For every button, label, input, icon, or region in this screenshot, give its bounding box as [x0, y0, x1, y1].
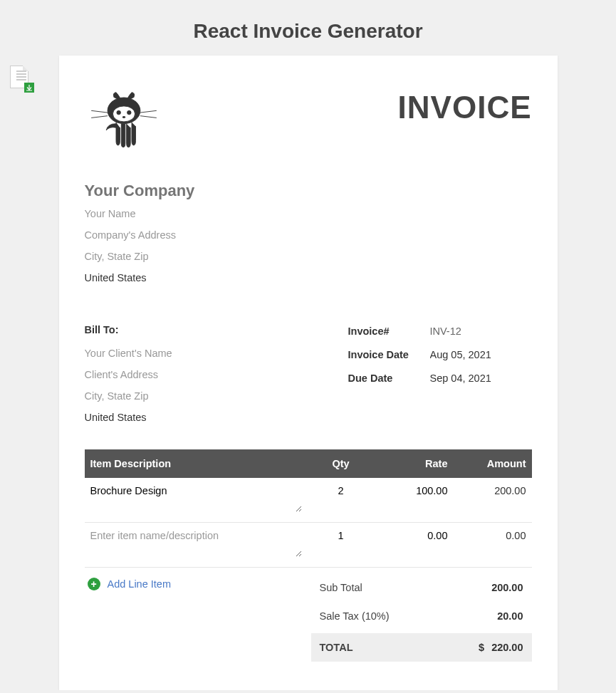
svg-point-3 [127, 110, 130, 114]
col-header-qty[interactable]: Qty [313, 458, 370, 469]
download-invoice-button[interactable] [7, 66, 34, 93]
client-address-input[interactable] [85, 364, 298, 385]
item-description-input[interactable]: Brochure Design [90, 485, 302, 512]
due-date-input[interactable] [430, 371, 537, 385]
page-title: React Invoice Generator [0, 0, 616, 56]
download-arrow-icon [24, 83, 34, 93]
total-label[interactable]: TOTAL [320, 642, 353, 653]
company-city-input[interactable] [85, 246, 298, 267]
company-country-input[interactable] [85, 267, 298, 288]
item-rate-input[interactable] [370, 530, 448, 541]
line-item-row: 0.00 [85, 523, 532, 568]
item-qty-input[interactable] [313, 530, 370, 541]
currency-symbol[interactable]: $ [479, 642, 484, 653]
line-item-row: Brochure Design 200.00 [85, 478, 532, 523]
svg-point-4 [122, 116, 125, 118]
company-name-input[interactable] [85, 179, 298, 203]
col-header-description[interactable]: Item Description [90, 458, 313, 469]
octocat-icon [85, 90, 163, 155]
subtotal-value: 200.00 [491, 582, 523, 593]
item-rate-input[interactable] [370, 485, 448, 496]
subtotal-label[interactable]: Sub Total [320, 582, 362, 593]
due-date-label[interactable]: Due Date [348, 372, 430, 384]
item-amount: 0.00 [448, 530, 526, 541]
line-items-header: Item Description Qty Rate Amount [85, 449, 532, 478]
company-logo[interactable] [85, 90, 163, 157]
invoice-date-label[interactable]: Invoice Date [348, 349, 430, 360]
col-header-rate[interactable]: Rate [370, 458, 448, 469]
tax-label[interactable]: Sale Tax (10%) [320, 610, 390, 622]
total-value: $220.00 [479, 642, 523, 653]
item-description-input[interactable] [90, 530, 302, 557]
your-name-input[interactable] [85, 203, 298, 224]
invoice-title[interactable]: INVOICE [398, 90, 532, 125]
invoice-date-input[interactable] [430, 348, 537, 362]
client-city-input[interactable] [85, 385, 298, 407]
invoice-number-input[interactable] [430, 324, 537, 338]
item-qty-input[interactable] [313, 485, 370, 496]
add-line-item-button[interactable]: + Add Line Item [85, 568, 174, 600]
bill-to-label[interactable]: Bill To: [85, 324, 327, 335]
svg-line-6 [91, 116, 108, 118]
invoice-number-label[interactable]: Invoice# [348, 325, 430, 337]
plus-icon: + [88, 578, 100, 590]
svg-point-1 [113, 106, 135, 122]
col-header-amount[interactable]: Amount [448, 458, 526, 469]
client-country-input[interactable] [85, 407, 298, 428]
client-name-input[interactable] [85, 343, 298, 364]
svg-line-8 [140, 116, 156, 118]
company-address-input[interactable] [85, 224, 298, 246]
svg-line-7 [140, 110, 156, 113]
tax-value: 20.00 [497, 610, 523, 622]
item-amount: 200.00 [448, 485, 526, 496]
invoice-document: INVOICE Bill To: Invoice# Invoice Date [59, 56, 558, 690]
add-line-item-label: Add Line Item [108, 578, 171, 590]
svg-point-2 [116, 110, 120, 114]
svg-line-5 [91, 110, 108, 113]
